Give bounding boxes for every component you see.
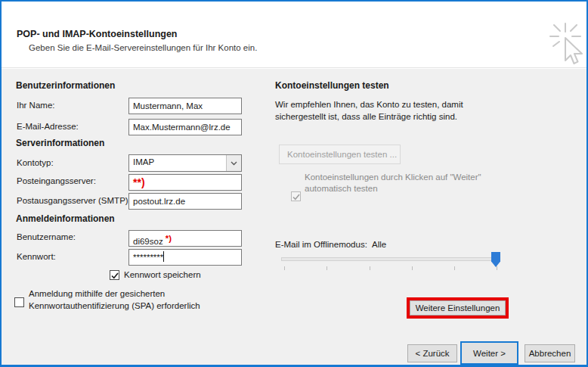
email-value: Max.Mustermann@lrz.de (133, 123, 231, 132)
name-value: Mustermann, Max (133, 101, 203, 110)
more-settings-button[interactable]: Weitere Einstellungen (410, 300, 506, 316)
username-label: Benutzername: (17, 232, 76, 241)
auto-test-checkbox (291, 191, 301, 201)
username-input[interactable]: di69soz *) (128, 230, 242, 247)
back-button-label: < Zurück (415, 349, 449, 358)
cancel-button[interactable]: Abbrechen (525, 344, 575, 362)
red-highlight-annotation: Weitere Einstellungen (407, 297, 509, 319)
username-value: di69soz (133, 237, 163, 246)
save-password-checkbox[interactable] (110, 270, 119, 280)
outgoing-server-label: Postausgangsserver (SMTP): (17, 196, 131, 205)
incoming-server-label: Posteingangsserver: (17, 176, 96, 185)
slider-tick (284, 266, 285, 270)
spa-label: Anmeldung mithilfe der gesicherten Kennw… (29, 288, 227, 312)
password-input[interactable]: ********* (128, 249, 242, 266)
cancel-button-label: Abbrechen (529, 349, 571, 358)
cursor-starburst-icon (547, 21, 588, 68)
name-label: Ihr Name: (17, 101, 55, 110)
incoming-server-annotation: **) (133, 176, 145, 188)
slider-tick (497, 266, 497, 270)
test-settings-button: Kontoeinstellungen testen ... (279, 145, 401, 164)
save-password-label: Kennwort speichern (124, 270, 201, 279)
account-type-select[interactable]: IMAP (128, 154, 242, 172)
slider-tick (412, 266, 413, 270)
back-button[interactable]: < Zurück (407, 344, 457, 362)
next-button-label: Weiter > (473, 349, 506, 358)
section-server-info: Serverinformationen (16, 138, 104, 148)
email-label: E-Mail-Adresse: (17, 122, 79, 131)
section-user-info: Benutzerinformationen (16, 80, 115, 91)
name-input[interactable]: Mustermann, Max (128, 98, 242, 114)
section-login-info: Anmeldeinformationen (16, 213, 115, 224)
auto-test-label: Kontoeinstellungen durch Klicken auf "We… (305, 172, 510, 194)
incoming-server-input[interactable]: **) (128, 174, 242, 191)
username-annotation: *) (166, 234, 172, 243)
account-type-value: IMAP (133, 157, 154, 166)
more-settings-button-label: Weitere Einstellungen (416, 303, 500, 313)
chevron-down-icon (231, 161, 237, 166)
test-description: Wir empfehlen Ihnen, das Konto zu testen… (275, 98, 502, 123)
add-account-dialog: Konto hinzufügen ✕ POP- und IMAP-Kontoei… (0, 0, 588, 367)
account-type-label: Kontotyp: (17, 158, 54, 167)
slider-tick (326, 266, 327, 270)
page-subtitle: Geben Sie die E-Mail-Servereinstellungen… (29, 43, 257, 52)
checkmark-icon (111, 272, 119, 279)
outgoing-server-input[interactable]: postout.lrz.de (128, 193, 242, 210)
test-settings-button-label: Kontoeinstellungen testen ... (287, 150, 397, 159)
account-type-dropdown-button[interactable] (226, 155, 241, 171)
checkmark-icon (292, 194, 300, 201)
outgoing-server-value: postout.lrz.de (133, 197, 185, 206)
section-test-settings: Kontoeinstellungen testen (275, 80, 389, 91)
offline-mail-value: Alle (372, 240, 386, 249)
next-button[interactable]: Weiter > (460, 341, 518, 365)
password-label: Kennwort: (17, 252, 56, 261)
email-input[interactable]: Max.Mustermann@lrz.de (128, 119, 242, 135)
text-caret (163, 251, 164, 262)
page-title: POP- und IMAP-Kontoeinstellungen (17, 29, 178, 39)
offline-mail-label: E-Mail im Offlinemodus: (275, 240, 367, 249)
password-value: ********* (133, 253, 163, 262)
spa-checkbox[interactable] (14, 297, 24, 307)
slider-tick (454, 266, 455, 270)
offline-mail-slider-track[interactable] (281, 257, 499, 261)
slider-tick (370, 266, 370, 270)
